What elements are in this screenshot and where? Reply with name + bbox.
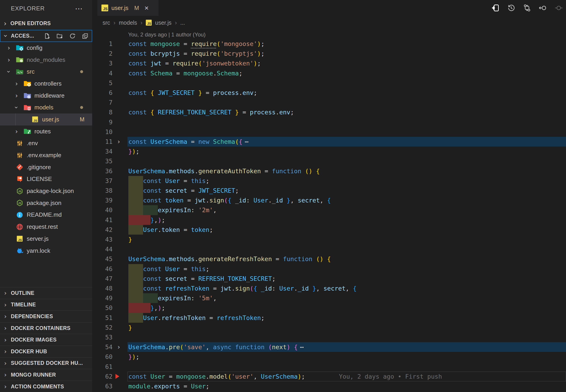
line-number: 48 (92, 283, 115, 293)
chevron-down-icon[interactable]: › (10, 104, 24, 111)
folded-code-ellipsis[interactable]: ⋯ (300, 344, 304, 350)
code-editor[interactable]: You, 2 days ago | 1 author (You) 1const … (92, 0, 566, 392)
tree-item-readme-md[interactable]: README.md (0, 209, 92, 221)
panel-mongo-runner[interactable]: ›MONGO RUNNER (0, 369, 92, 381)
gutter (115, 107, 127, 117)
project-section-header[interactable]: › ACCES... (0, 30, 92, 42)
tree-item-label: README.md (27, 211, 62, 218)
fold-chevron-icon[interactable]: › (118, 137, 120, 147)
collapse-all-icon[interactable] (82, 33, 89, 39)
tree-item-server-js[interactable]: JSserver.js (0, 233, 92, 245)
panel-docker-images[interactable]: ›DOCKER IMAGES (0, 334, 92, 346)
code-line-9[interactable]: 9 (92, 117, 566, 127)
code-line-34[interactable]: 34}); (92, 147, 566, 156)
code-line-3[interactable]: 3const jwt = require('jsonwebtoken'); (92, 58, 566, 68)
tree-item-package-json[interactable]: JSpackage.json (0, 197, 92, 209)
explorer-header: EXPLORER ⋯ (0, 0, 92, 17)
tree-item-config[interactable]: ›config (0, 42, 92, 54)
code-line-62[interactable]: 62const User = mongoose.model('user', Us… (92, 372, 566, 381)
code-line-11[interactable]: 11›const UserSchema = new Schema({⋯ (92, 137, 566, 147)
panel-action-comments[interactable]: ›ACTION COMMENTS (0, 381, 92, 392)
folder-src-icon: </> (16, 68, 24, 76)
code-line-6[interactable]: 6const { JWT_SECRET } = process.env; (92, 88, 566, 98)
open-editors-section[interactable]: › OPEN EDITORS (0, 17, 92, 30)
code-line-8[interactable]: 8const { REFRESH_TOKEN_SECRET } = proces… (92, 107, 566, 117)
code-line-1[interactable]: 1const mongoose = require('mongoose'); (92, 39, 566, 49)
code-line-47[interactable]: 47 const secret = REFRESH_TOKEN_SECRET; (92, 274, 566, 283)
new-folder-icon[interactable] (56, 33, 63, 39)
folded-code-ellipsis[interactable]: ⋯ (245, 138, 248, 145)
tree-item-label: LICENSE (27, 176, 52, 182)
code-line-4[interactable]: 4const Schema = mongoose.Schema; (92, 68, 566, 78)
tree-item-node-modules[interactable]: ›node_modules (0, 54, 92, 66)
code-line-35[interactable]: 35 (92, 156, 566, 166)
code-line-49[interactable]: 49 expiresIn: '5m', (92, 293, 566, 303)
chevron-right-icon[interactable]: › (2, 44, 16, 52)
tree-item-label: .env.example (27, 152, 61, 159)
tree-item-controllers[interactable]: ›controllers (0, 78, 92, 90)
chevron-right-icon[interactable]: › (10, 92, 24, 99)
gutter (115, 186, 127, 196)
code-line-2[interactable]: 2const bcryptjs = require('bcryptjs'); (92, 49, 566, 58)
code-line-10[interactable]: 10 (92, 127, 566, 137)
tree-item--gitignore[interactable]: .gitignore (0, 161, 92, 173)
code-line-61[interactable]: 61 (92, 362, 566, 372)
tree-item-yarn-lock[interactable]: yarn.lock (0, 245, 92, 257)
code-line-60[interactable]: 60}); (92, 352, 566, 362)
tree-item-src[interactable]: ›</>src (0, 66, 92, 78)
code-line-43[interactable]: 43} (92, 235, 566, 244)
code-line-51[interactable]: 51 User.refreshToken = refreshToken; (92, 313, 566, 323)
code-line-45[interactable]: 45UserSchema.methods.generateRefreshToke… (92, 254, 566, 264)
chevron-right-icon[interactable]: › (10, 128, 24, 135)
tree-item-package-lock-json[interactable]: JSpackage-lock.json (0, 185, 92, 197)
panel-docker-hub[interactable]: ›DOCKER HUB (0, 346, 92, 357)
line-number: 9 (92, 117, 115, 127)
tree-item-request-rest[interactable]: request.rest (0, 221, 92, 233)
tree-item-routes[interactable]: ›routes (0, 126, 92, 138)
refresh-icon[interactable] (69, 33, 76, 39)
code-line-52[interactable]: 52} (92, 323, 566, 333)
tree-item-license[interactable]: LICENSE (0, 173, 92, 185)
code-line-53[interactable]: 53 (92, 333, 566, 342)
code-line-37[interactable]: 37 const User = this; (92, 176, 566, 186)
code-line-44[interactable]: 44 (92, 244, 566, 254)
code-line-48[interactable]: 48 const refreshToken = jwt.sign({ _id: … (92, 283, 566, 293)
chevron-down-icon[interactable]: › (2, 68, 16, 75)
code-line-39[interactable]: 39 const token = jwt.sign({ _id: User._i… (92, 196, 566, 205)
code-text: }); (127, 147, 566, 156)
panel-suggested-docker-hu-[interactable]: ›SUGGESTED DOCKER HU... (0, 357, 92, 369)
code-line-40[interactable]: 40 expiresIn: '2m', (92, 205, 566, 215)
tree-item-user-js[interactable]: JSuser.jsM (0, 113, 92, 126)
tree-item--env-example[interactable]: .env.example (0, 149, 92, 161)
gutter-marker-icon (115, 374, 119, 379)
code-line-50[interactable]: 50 },); (92, 303, 566, 313)
tree-item-models[interactable]: ›models (0, 101, 92, 113)
code-line-41[interactable]: 41 },); (92, 215, 566, 225)
code-line-54[interactable]: 54›UserSchema.pre('save', async function… (92, 342, 566, 352)
panel-dependencies[interactable]: ›DEPENDENCIES (0, 310, 92, 322)
panel-timeline[interactable]: ›TIMELINE (0, 299, 92, 311)
code-line-7[interactable]: 7 (92, 98, 566, 107)
code-line-46[interactable]: 46 const User = this; (92, 264, 566, 274)
panel-docker-containers[interactable]: ›DOCKER CONTAINERS (0, 322, 92, 334)
code-text: }); (127, 352, 566, 362)
code-line-5[interactable]: 5 (92, 78, 566, 88)
git-modified-dot-icon (80, 70, 83, 73)
code-text (127, 362, 566, 372)
code-line-42[interactable]: 42 User.token = token; (92, 225, 566, 235)
chevron-right-icon[interactable]: › (2, 56, 16, 64)
fold-chevron-icon[interactable]: › (118, 342, 120, 352)
new-file-icon[interactable] (44, 33, 51, 39)
tree-item-label: .env (27, 140, 38, 147)
panel-outline[interactable]: ›OUTLINE (0, 287, 92, 299)
code-line-36[interactable]: 36UserSchema.methods.generateAuthToken =… (92, 166, 566, 176)
explorer-more-icon[interactable]: ⋯ (75, 6, 83, 11)
line-number: 5 (92, 78, 115, 88)
tree-item-middleware[interactable]: ›middleware (0, 90, 92, 102)
code-line-63[interactable]: 63module.exports = User; (92, 381, 566, 391)
tree-item--env[interactable]: .env (0, 138, 92, 150)
chevron-right-icon[interactable]: › (10, 80, 24, 87)
code-line-38[interactable]: 38 const secret = JWT_SECRET; (92, 186, 566, 196)
file-yarn-icon (16, 247, 24, 254)
gutter (115, 303, 127, 313)
